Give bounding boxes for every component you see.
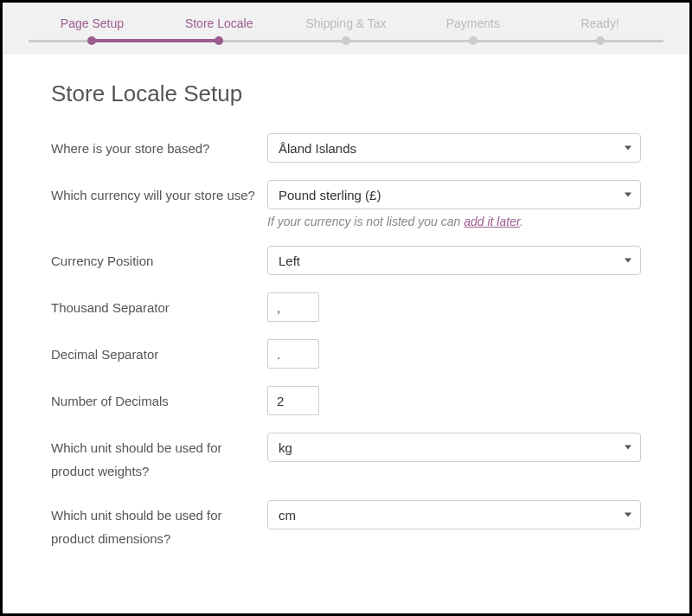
wizard-step-label: Shipping & Tax — [305, 16, 386, 30]
label-dimension-unit: Which unit should be used for product di… — [51, 500, 267, 550]
select-value: Åland Islands — [279, 141, 356, 156]
wizard-steps-list: Page Setup Store Locale Shipping & Tax P… — [29, 16, 663, 49]
page-title: Store Locale Setup — [51, 80, 641, 107]
input-thousand-separator[interactable] — [267, 292, 319, 322]
select-currency[interactable]: Pound sterling (£) — [267, 180, 641, 209]
add-currency-later-link[interactable]: add it later — [464, 215, 520, 228]
row-decimal-separator: Decimal Separator — [51, 339, 641, 369]
input-decimal-separator[interactable] — [267, 339, 319, 369]
wizard-step-label: Page Setup — [61, 16, 124, 30]
content-area: Store Locale Setup Where is your store b… — [18, 55, 674, 602]
wizard-step-label: Store Locale — [185, 16, 253, 30]
wizard-step-label: Ready! — [580, 16, 618, 30]
row-currency-position: Currency Position Left — [51, 246, 641, 275]
select-value: cm — [279, 508, 296, 523]
select-value: Left — [279, 253, 300, 268]
select-dimension-unit[interactable]: cm — [267, 500, 641, 529]
wizard-progress-header: Page Setup Store Locale Shipping & Tax P… — [3, 3, 689, 55]
chevron-down-icon — [625, 193, 631, 197]
row-dimension-unit: Which unit should be used for product di… — [51, 500, 641, 550]
select-value: kg — [279, 440, 292, 455]
label-weight-unit: Which unit should be used for product we… — [51, 433, 267, 483]
wizard-step-ready[interactable]: Ready! — [536, 16, 663, 49]
row-num-decimals: Number of Decimals — [51, 386, 641, 415]
label-store-base: Where is your store based? — [51, 133, 267, 160]
wizard-step-shipping-tax[interactable]: Shipping & Tax — [283, 16, 410, 49]
label-num-decimals: Number of Decimals — [51, 386, 267, 413]
wizard-step-page-setup[interactable]: Page Setup — [29, 16, 156, 49]
currency-help-text: If your currency is not listed you can a… — [267, 215, 641, 228]
wizard-step-label: Payments — [446, 16, 500, 30]
select-weight-unit[interactable]: kg — [267, 433, 641, 462]
select-value: Pound sterling (£) — [279, 188, 381, 202]
label-decimal-separator: Decimal Separator — [51, 339, 267, 366]
row-weight-unit: Which unit should be used for product we… — [51, 433, 641, 483]
label-currency: Which currency will your store use? — [51, 180, 267, 207]
chevron-down-icon — [625, 146, 631, 151]
wizard-step-payments[interactable]: Payments — [409, 16, 536, 49]
label-currency-position: Currency Position — [51, 246, 267, 273]
select-currency-position[interactable]: Left — [267, 246, 641, 275]
row-store-base: Where is your store based? Åland Islands — [51, 133, 641, 163]
row-currency: Which currency will your store use? Poun… — [51, 180, 641, 228]
chevron-down-icon — [625, 446, 631, 450]
input-num-decimals[interactable] — [267, 386, 319, 415]
chevron-down-icon — [625, 259, 631, 263]
chevron-down-icon — [625, 513, 631, 517]
select-store-base[interactable]: Åland Islands — [267, 133, 641, 163]
wizard-step-store-locale[interactable]: Store Locale — [156, 16, 283, 49]
row-thousand-separator: Thousand Separator — [51, 292, 641, 322]
label-thousand-separator: Thousand Separator — [51, 292, 267, 319]
